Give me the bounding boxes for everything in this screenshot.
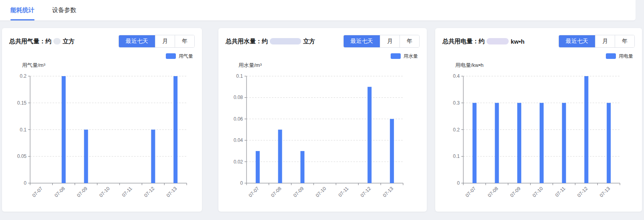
svg-text:07-12: 07-12 [143,186,156,198]
bar-07-11[interactable] [562,103,566,183]
bar-07-13[interactable] [173,76,177,183]
svg-text:07-07: 07-07 [464,186,477,198]
panel-water-usage: 总共用水量：约 立方 最近七天月年 用水量 用水量/m³ 00.020.040.… [218,28,427,212]
svg-text:07-09: 07-09 [292,186,305,198]
gas-usage-chart[interactable]: 00.050.10.150.207-0707-0807-0907-1007-11… [9,70,195,209]
svg-text:0.05: 0.05 [17,153,27,159]
panel-water-header: 总共用水量：约 立方 最近七天月年 [226,34,420,48]
y-axis-title: 用气量/m³ [22,62,195,69]
bar-07-09[interactable] [517,103,521,183]
dashboard-cards-row: 总共用气量：约 立方 最近七天月年 用气量 用气量/m³ 00.050.10.1… [0,28,644,212]
svg-text:0.08: 0.08 [234,95,243,100]
redacted-value [487,38,509,44]
range-button-year[interactable]: 年 [175,35,194,47]
panel-electricity-title-unit: kw•h [511,38,524,45]
panel-electricity-header: 总共用电量：约 kw•h 最近七天月年 [442,34,635,48]
svg-text:07-10: 07-10 [532,186,544,198]
tab-bar: 能耗统计 设备参数 [0,0,636,21]
panel-gas-title: 总共用气量：约 立方 [9,38,75,45]
svg-text:07-13: 07-13 [599,186,611,198]
svg-text:07-10: 07-10 [98,186,111,198]
range-button-last-7-days[interactable]: 最近七天 [344,35,380,47]
svg-text:07-11: 07-11 [554,186,567,198]
y-axis-title: 用电量/kw•h [455,62,635,69]
range-button-year[interactable]: 年 [399,35,419,47]
panel-water-title: 总共用水量：约 立方 [226,38,315,45]
svg-text:07-08: 07-08 [487,186,499,198]
range-button-month[interactable]: 月 [595,35,615,47]
svg-text:0: 0 [457,180,460,186]
legend-swatch [166,53,176,59]
panel-gas-usage: 总共用气量：约 立方 最近七天月年 用气量 用气量/m³ 00.050.10.1… [2,28,202,212]
svg-text:07-12: 07-12 [359,186,372,198]
range-button-group: 最近七天月年 [558,35,635,48]
bar-07-07[interactable] [256,151,260,183]
bar-07-07[interactable] [473,103,477,183]
tab-device-params-label: 设备参数 [52,6,76,14]
legend: 用水量 [226,53,420,59]
range-button-last-7-days[interactable]: 最近七天 [119,35,155,47]
svg-text:07-07: 07-07 [247,186,260,198]
legend-swatch [391,53,401,59]
redacted-value [270,38,301,44]
panel-electricity-usage: 总共用电量：约 kw•h 最近七天月年 用电量 用电量/kw•h 00.10.2… [435,28,642,212]
panel-gas-header: 总共用气量：约 立方 最近七天月年 [9,34,195,48]
bar-07-12[interactable] [584,76,588,183]
range-button-month[interactable]: 月 [155,35,175,47]
y-axis-title: 用水量/m³ [238,62,420,69]
svg-text:07-09: 07-09 [509,186,522,198]
range-button-year[interactable]: 年 [615,35,634,47]
svg-text:0.02: 0.02 [234,159,243,165]
bar-07-12[interactable] [367,87,371,183]
panel-gas-title-text: 总共用气量：约 [9,38,51,45]
svg-text:07-12: 07-12 [576,186,589,198]
bar-07-10[interactable] [540,103,544,183]
svg-text:07-08: 07-08 [270,186,283,198]
panel-electricity-title-text: 总共用电量：约 [442,38,485,45]
range-button-last-7-days[interactable]: 最近七天 [559,35,595,47]
svg-text:07-13: 07-13 [165,186,178,198]
svg-text:07-10: 07-10 [315,186,328,198]
svg-text:0.15: 0.15 [17,100,27,106]
range-button-month[interactable]: 月 [380,35,399,47]
redacted-value [53,38,61,44]
svg-text:0.06: 0.06 [234,116,243,122]
svg-text:07-11: 07-11 [121,186,133,198]
bar-07-08[interactable] [278,130,282,184]
bar-07-12[interactable] [151,130,155,184]
legend-label: 用气量 [179,53,193,60]
bar-07-08[interactable] [495,103,499,183]
svg-text:0: 0 [24,180,26,186]
legend: 用电量 [442,53,635,59]
svg-text:0.2: 0.2 [20,73,26,79]
panel-electricity-title: 总共用电量：约 kw•h [442,38,524,45]
legend: 用气量 [9,53,195,59]
bar-07-09[interactable] [84,130,88,184]
range-button-group: 最近七天月年 [118,35,195,48]
tab-device-params[interactable]: 设备参数 [52,0,76,20]
svg-text:07-11: 07-11 [337,186,350,198]
svg-text:0: 0 [240,180,243,186]
bar-07-13[interactable] [607,103,611,183]
range-button-group: 最近七天月年 [343,35,420,48]
legend-label: 用水量 [404,53,418,60]
tab-energy-stats[interactable]: 能耗统计 [10,0,35,20]
svg-text:0.3: 0.3 [453,100,460,106]
bar-07-08[interactable] [62,76,66,183]
svg-text:0.2: 0.2 [453,127,460,133]
water-usage-chart[interactable]: 00.020.040.060.080.107-0707-0807-0907-10… [226,70,420,209]
legend-swatch [606,53,616,59]
active-tab-underline [10,19,35,20]
svg-text:07-13: 07-13 [382,186,395,198]
svg-text:0.1: 0.1 [20,127,26,133]
panel-gas-title-unit: 立方 [63,38,75,45]
bar-07-13[interactable] [390,119,394,183]
svg-text:0.1: 0.1 [453,153,460,159]
panel-water-title-unit: 立方 [303,38,315,45]
electricity-usage-chart[interactable]: 00.10.20.30.407-0707-0807-0907-1007-1107… [442,70,635,209]
panel-water-title-text: 总共用水量：约 [226,38,268,45]
svg-text:07-07: 07-07 [31,186,44,198]
svg-text:07-09: 07-09 [76,186,89,198]
svg-text:07-08: 07-08 [53,186,66,198]
bar-07-09[interactable] [300,151,304,183]
